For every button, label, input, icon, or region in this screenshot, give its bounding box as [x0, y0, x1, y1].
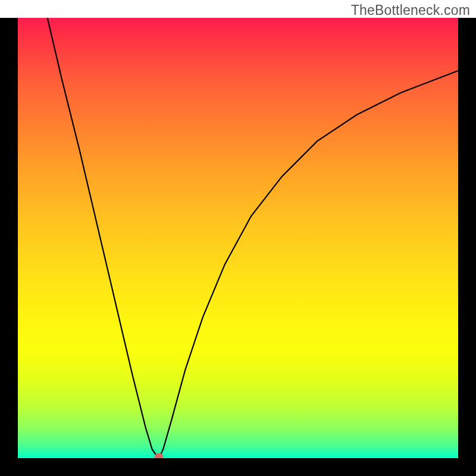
watermark-text: TheBottleneck.com: [351, 2, 470, 18]
chart-outer-border: [0, 18, 476, 476]
bottleneck-curve: [18, 18, 458, 458]
optimum-marker: [155, 453, 163, 458]
chart-frame: TheBottleneck.com: [0, 0, 476, 476]
plot-area: [18, 18, 458, 458]
curve-line: [18, 18, 458, 458]
